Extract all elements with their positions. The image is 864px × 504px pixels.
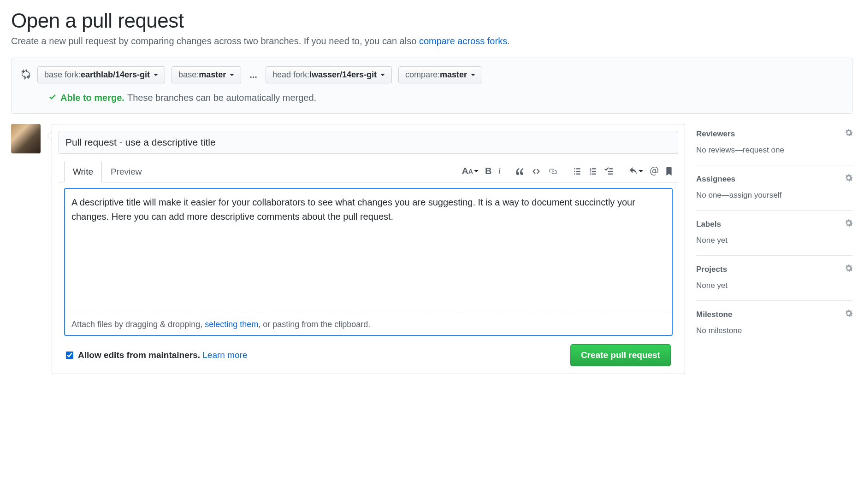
compare-box: base fork: earthlab/14ers-git base: mast… bbox=[11, 58, 853, 114]
chevron-down-icon bbox=[154, 74, 158, 76]
gear-icon[interactable] bbox=[845, 219, 853, 229]
comment-pointer-icon bbox=[47, 131, 52, 141]
merge-able-text: Able to merge. bbox=[60, 93, 124, 103]
merge-info-text: These branches can be automatically merg… bbox=[127, 93, 316, 103]
description-wrapper: A descriptive title will make it easier … bbox=[64, 188, 673, 336]
ellipsis-icon: ... bbox=[248, 70, 259, 80]
milestone-body: No milestone bbox=[696, 326, 853, 335]
gear-icon[interactable] bbox=[845, 309, 853, 320]
gear-icon[interactable] bbox=[845, 174, 853, 184]
bookmark-icon[interactable] bbox=[665, 167, 673, 176]
attach-suffix: , or pasting from the clipboard. bbox=[258, 320, 370, 329]
gear-icon[interactable] bbox=[845, 129, 853, 139]
compare-value: master bbox=[440, 70, 467, 80]
labels-body: None yet bbox=[696, 236, 853, 245]
base-fork-dropdown[interactable]: base fork: earthlab/14ers-git bbox=[37, 66, 165, 83]
page-subtitle: Create a new pull request by comparing c… bbox=[11, 36, 853, 47]
chevron-down-icon bbox=[471, 74, 475, 76]
reply-icon[interactable] bbox=[628, 167, 643, 176]
check-icon bbox=[48, 93, 57, 103]
gear-icon[interactable] bbox=[845, 264, 853, 275]
subtitle-suffix: . bbox=[507, 36, 510, 46]
attach-select-link[interactable]: selecting them bbox=[205, 320, 258, 329]
reviewers-title: Reviewers bbox=[696, 129, 735, 139]
mention-icon[interactable] bbox=[650, 167, 659, 176]
task-list-icon[interactable] bbox=[604, 167, 613, 176]
allow-edits-label: Allow edits from maintainers. bbox=[78, 350, 200, 360]
compare-across-forks-link[interactable]: compare across forks bbox=[419, 36, 507, 46]
base-branch-dropdown[interactable]: base: master bbox=[172, 66, 241, 83]
milestone-section: Milestone No milestone bbox=[696, 301, 853, 346]
head-fork-value: lwasser/14ers-git bbox=[309, 70, 377, 80]
comment-box: Write Preview AA B i bbox=[52, 124, 685, 374]
sidebar: Reviewers No reviews—request one Assigne… bbox=[696, 124, 853, 374]
tab-write[interactable]: Write bbox=[64, 161, 102, 182]
projects-body: None yet bbox=[696, 281, 853, 290]
subtitle-text: Create a new pull request by comparing c… bbox=[11, 36, 419, 46]
assignees-title: Assignees bbox=[696, 175, 735, 184]
head-fork-dropdown[interactable]: head fork: lwasser/14ers-git bbox=[266, 66, 392, 83]
italic-icon[interactable]: i bbox=[498, 166, 501, 176]
code-icon[interactable] bbox=[531, 167, 541, 176]
create-pull-request-button[interactable]: Create pull request bbox=[570, 344, 671, 366]
pr-title-input[interactable] bbox=[59, 131, 678, 154]
projects-section: Projects None yet bbox=[696, 256, 853, 301]
unordered-list-icon[interactable] bbox=[573, 167, 582, 176]
compare-label: compare: bbox=[405, 70, 440, 80]
reviewers-section: Reviewers No reviews—request one bbox=[696, 124, 853, 165]
chevron-down-icon bbox=[230, 74, 234, 76]
base-fork-label: base fork: bbox=[44, 70, 81, 80]
attach-hint: Attach files by dragging & dropping, sel… bbox=[65, 315, 672, 335]
merge-status: Able to merge. These branches can be aut… bbox=[48, 93, 843, 103]
head-fork-label: head fork: bbox=[272, 70, 309, 80]
base-fork-value: earthlab/14ers-git bbox=[81, 70, 150, 80]
ordered-list-icon[interactable] bbox=[588, 167, 598, 176]
labels-title: Labels bbox=[696, 220, 721, 229]
labels-section: Labels None yet bbox=[696, 211, 853, 256]
compare-branch-dropdown[interactable]: compare: master bbox=[398, 66, 482, 83]
base-label: base: bbox=[178, 70, 199, 80]
text-size-icon[interactable]: AA bbox=[462, 166, 479, 176]
bold-icon[interactable]: B bbox=[485, 166, 491, 176]
quote-icon[interactable] bbox=[515, 167, 525, 176]
compare-icon bbox=[21, 69, 31, 82]
milestone-title: Milestone bbox=[696, 310, 732, 319]
tabs-row: Write Preview AA B i bbox=[59, 160, 678, 182]
learn-more-link[interactable]: Learn more bbox=[202, 350, 247, 360]
attach-prefix: Attach files by dragging & dropping, bbox=[71, 320, 205, 329]
pr-description-textarea[interactable]: A descriptive title will make it easier … bbox=[65, 189, 672, 313]
assign-yourself-link[interactable]: assign yourself bbox=[729, 191, 781, 199]
page-title: Open a pull request bbox=[11, 9, 853, 32]
chevron-down-icon bbox=[380, 74, 385, 76]
assignees-body: No one—assign yourself bbox=[696, 191, 853, 200]
tab-preview[interactable]: Preview bbox=[102, 161, 151, 182]
avatar bbox=[11, 124, 41, 153]
allow-edits-checkbox[interactable] bbox=[66, 352, 73, 359]
footer-row: Allow edits from maintainers. Learn more… bbox=[59, 341, 678, 366]
assignees-section: Assignees No one—assign yourself bbox=[696, 165, 853, 211]
reviewers-body: No reviews—request one bbox=[696, 146, 853, 155]
projects-title: Projects bbox=[696, 265, 727, 274]
markdown-toolbar: AA B i bbox=[462, 166, 673, 176]
link-icon[interactable] bbox=[548, 167, 558, 176]
base-value: master bbox=[199, 70, 226, 80]
